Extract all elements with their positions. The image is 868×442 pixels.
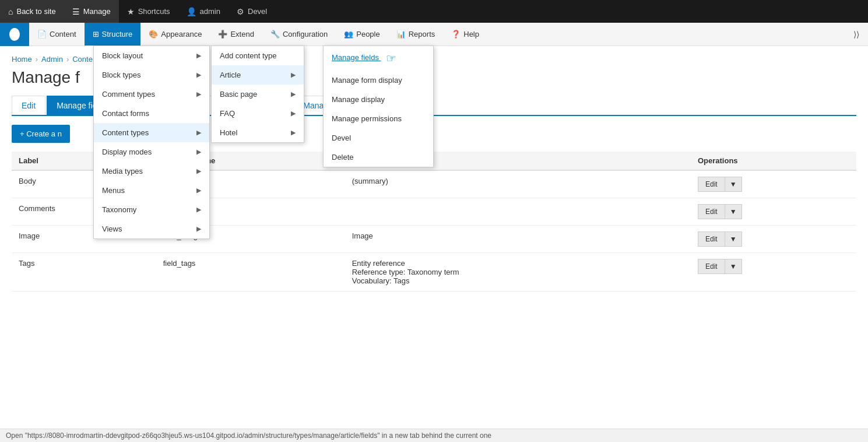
nav-help[interactable]: ❓ Help bbox=[443, 23, 487, 45]
breadcrumb-sep-2: › bbox=[66, 55, 69, 64]
row-field-type-body: (summary) bbox=[345, 170, 691, 198]
article-submenu: Manage fields ☞ Manage form display Mana… bbox=[323, 45, 434, 167]
dropdown-media-types[interactable]: Media types ▶ bbox=[94, 162, 209, 181]
dropdown-taxonomy[interactable]: Taxonomy ▶ bbox=[94, 200, 209, 219]
dropdown-comment-types[interactable]: Comment types ▶ bbox=[94, 85, 209, 104]
chevron-right-icon: ▶ bbox=[196, 52, 201, 59]
edit-dropdown-image[interactable]: ▼ bbox=[725, 231, 742, 247]
col-operations: Operations bbox=[691, 152, 856, 170]
edit-btn-comments[interactable]: Edit bbox=[698, 204, 725, 219]
chevron-right-icon: ▶ bbox=[196, 129, 201, 136]
nav-extend[interactable]: ➕ Extend bbox=[210, 23, 262, 45]
cursor-icon: ☞ bbox=[386, 51, 396, 65]
chevron-right-icon: ▶ bbox=[196, 148, 201, 156]
edit-button-group-body: Edit ▼ bbox=[698, 177, 849, 192]
field-type-entity-ref: Entity reference bbox=[352, 259, 684, 268]
extend-icon: ➕ bbox=[218, 30, 227, 38]
chevron-right-icon: ▶ bbox=[196, 71, 201, 79]
reports-icon: 📊 bbox=[396, 30, 406, 38]
structure-dropdown: Block layout ▶ Block types ▶ Comment typ… bbox=[93, 45, 210, 239]
main-nav: 📄 Content ⊞ Structure 🎨 Appearance ➕ Ext… bbox=[0, 23, 868, 46]
nav-people[interactable]: 👥 People bbox=[336, 23, 388, 45]
dropdown-views[interactable]: Views ▶ bbox=[94, 219, 209, 238]
home-icon: ⌂ bbox=[8, 7, 13, 16]
article-submenu-devel[interactable]: Devel bbox=[324, 128, 433, 148]
breadcrumb-home[interactable]: Home bbox=[12, 55, 32, 64]
edit-button-group-image: Edit ▼ bbox=[698, 231, 849, 247]
svg-point-0 bbox=[9, 28, 20, 41]
submenu-add-content-type[interactable]: Add content type bbox=[212, 46, 304, 65]
row-field-type-image: Image bbox=[345, 226, 691, 253]
nav-collapse-button[interactable]: ⟩⟩ bbox=[845, 23, 868, 46]
table-row: Tags field_tags Entity reference Referen… bbox=[12, 253, 856, 292]
chevron-right-icon: ▶ bbox=[291, 90, 296, 98]
edit-btn-image[interactable]: Edit bbox=[698, 231, 725, 247]
back-to-site-button[interactable]: ⌂ Back to site bbox=[0, 0, 64, 23]
dropdown-menus[interactable]: Menus ▶ bbox=[94, 181, 209, 200]
article-submenu-manage-permissions[interactable]: Manage permissions bbox=[324, 109, 433, 128]
row-field-type-comments bbox=[345, 198, 691, 226]
help-icon: ❓ bbox=[451, 30, 461, 38]
field-type-ref-type: Reference type: Taxonomy term bbox=[352, 268, 684, 276]
chevron-right-icon: ▶ bbox=[196, 90, 201, 98]
article-submenu-manage-display[interactable]: Manage display bbox=[324, 90, 433, 109]
edit-dropdown-comments[interactable]: ▼ bbox=[725, 204, 742, 219]
breadcrumb-admin[interactable]: Admin bbox=[41, 55, 63, 64]
chevron-right-icon: ▶ bbox=[196, 225, 201, 233]
breadcrumb-sep-1: › bbox=[36, 55, 38, 64]
edit-btn-tags[interactable]: Edit bbox=[698, 259, 725, 274]
row-machine-name-tags: field_tags bbox=[156, 253, 345, 292]
chevron-right-icon: ▶ bbox=[291, 71, 296, 79]
article-submenu-manage-fields[interactable]: Manage fields ☞ bbox=[324, 46, 433, 71]
star-icon: ★ bbox=[127, 7, 135, 16]
submenu-article[interactable]: Article ▶ bbox=[212, 65, 304, 85]
edit-dropdown-tags[interactable]: ▼ bbox=[725, 259, 742, 274]
user-icon: 👤 bbox=[187, 7, 196, 16]
field-type-vocab: Vocabulary: Tags bbox=[352, 276, 684, 285]
devel-button[interactable]: ⚙ Devel bbox=[229, 0, 275, 23]
dropdown-block-layout[interactable]: Block layout ▶ bbox=[94, 46, 209, 65]
dropdown-block-types[interactable]: Block types ▶ bbox=[94, 65, 209, 85]
dropdown-contact-forms[interactable]: Contact forms bbox=[94, 104, 209, 123]
nav-right: ⟩⟩ bbox=[845, 23, 868, 45]
edit-btn-body[interactable]: Edit bbox=[698, 177, 725, 192]
chevron-right-icon: ▶ bbox=[196, 167, 201, 175]
row-operations-image: Edit ▼ bbox=[691, 226, 856, 253]
nav-structure[interactable]: ⊞ Structure bbox=[85, 23, 141, 45]
row-operations-comments: Edit ▼ bbox=[691, 198, 856, 226]
row-operations-tags: Edit ▼ bbox=[691, 253, 856, 292]
row-label-tags: Tags bbox=[12, 253, 156, 292]
nav-content[interactable]: 📄 Content bbox=[29, 23, 85, 45]
submenu-hotel[interactable]: Hotel ▶ bbox=[212, 123, 304, 142]
tab-edit[interactable]: Edit bbox=[12, 96, 45, 115]
nav-appearance[interactable]: 🎨 Appearance bbox=[140, 23, 210, 45]
structure-icon: ⊞ bbox=[93, 30, 99, 38]
menu-icon: ☰ bbox=[72, 7, 80, 16]
edit-dropdown-body[interactable]: ▼ bbox=[725, 177, 742, 192]
submenu-faq[interactable]: FAQ ▶ bbox=[212, 104, 304, 123]
create-button[interactable]: + Create a n bbox=[12, 125, 70, 143]
row-operations-body: Edit ▼ bbox=[691, 170, 856, 198]
people-icon: 👥 bbox=[344, 30, 353, 38]
dropdown-content-types[interactable]: Content types ▶ bbox=[94, 123, 209, 142]
nav-reports[interactable]: 📊 Reports bbox=[388, 23, 444, 45]
drupal-logo[interactable] bbox=[0, 23, 29, 46]
submenu-basic-page[interactable]: Basic page ▶ bbox=[212, 85, 304, 104]
appearance-icon: 🎨 bbox=[149, 30, 158, 38]
admin-user-button[interactable]: 👤 admin bbox=[178, 0, 229, 23]
chevron-right-icon: ▶ bbox=[291, 129, 296, 136]
edit-button-group-tags: Edit ▼ bbox=[698, 259, 849, 274]
chevron-right-icon: ▶ bbox=[196, 187, 201, 194]
nav-configuration[interactable]: 🔧 Configuration bbox=[262, 23, 336, 45]
content-types-submenu: Add content type Article ▶ Basic page ▶ … bbox=[211, 45, 304, 143]
row-field-type-tags: Entity reference Reference type: Taxonom… bbox=[345, 253, 691, 292]
edit-button-group-comments: Edit ▼ bbox=[698, 204, 849, 219]
article-submenu-delete[interactable]: Delete bbox=[324, 148, 433, 167]
shortcuts-button[interactable]: ★ Shortcuts bbox=[119, 0, 178, 23]
manage-menu-button[interactable]: ☰ Manage bbox=[64, 0, 119, 23]
article-submenu-manage-form-display[interactable]: Manage form display bbox=[324, 71, 433, 90]
content-icon: 📄 bbox=[37, 30, 47, 38]
config-icon: 🔧 bbox=[270, 30, 280, 38]
dropdown-display-modes[interactable]: Display modes ▶ bbox=[94, 142, 209, 162]
chevron-right-icon: ▶ bbox=[291, 110, 296, 117]
